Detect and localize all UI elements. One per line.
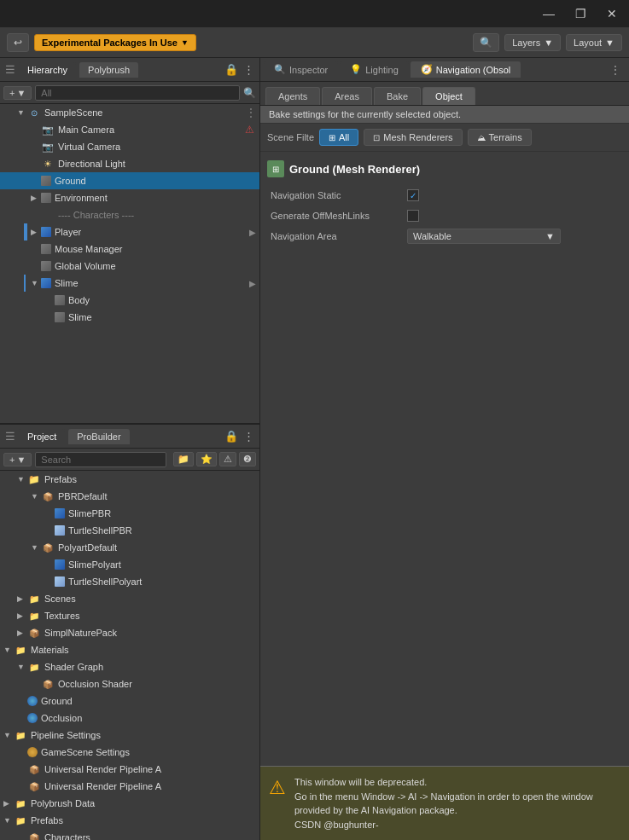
right-panel-overflow-icon[interactable]: ⋮ <box>610 64 620 76</box>
tab-lighting[interactable]: 💡 Lighting <box>340 61 409 78</box>
deprecation-warning: ⚠ This window will be deprecated. Go in … <box>260 766 629 840</box>
tree-item-virtual-camera[interactable]: 📷 Virtual Camera <box>0 138 259 155</box>
hierarchy-search-input[interactable] <box>35 85 240 101</box>
scene-icon: ⊙ <box>27 106 41 119</box>
maximize-button[interactable]: ❐ <box>570 5 591 22</box>
pbr-default-icon: 📦 <box>41 490 55 503</box>
hierarchy-add-button[interactable]: + ▼ <box>3 86 32 100</box>
nav-tab-agents[interactable]: Agents <box>265 87 320 105</box>
project-item-pipeline-settings[interactable]: ▼ 📁 Pipeline Settings <box>0 727 259 744</box>
scene-label: SampleScene <box>44 107 103 118</box>
tree-item-directional-light[interactable]: ☀ Directional Light <box>0 155 259 172</box>
project-item-polybrush-data[interactable]: ▶ 📁 Polybrush Data <box>0 795 259 812</box>
project-item-slimepbr[interactable]: SlimePBR <box>0 505 259 522</box>
hierarchy-lock-icon[interactable]: 🔒 <box>224 63 238 76</box>
nav-static-checkbox[interactable]: ✓ <box>407 189 419 201</box>
nav-tab-bake[interactable]: Bake <box>374 87 421 105</box>
project-item-characters-prefab[interactable]: 📦 Characters <box>0 829 259 840</box>
layers-dropdown[interactable]: Layers ▼ <box>504 34 561 51</box>
project-item-occlusion-mat[interactable]: Occlusion <box>0 710 259 727</box>
tab-navigation[interactable]: 🧭 Navigation (Obsol <box>411 61 521 78</box>
gamescene-label: GameScene Settings <box>41 747 130 757</box>
project-icon-buttons: 📁 ⭐ ⚠ ❷ <box>173 452 256 466</box>
search-button[interactable]: 🔍 <box>473 33 499 52</box>
urp1-icon: 📦 <box>27 762 41 776</box>
filter-all-label: All <box>339 132 349 142</box>
hierarchy-search-icon[interactable]: 🔍 <box>243 87 256 99</box>
tree-item-slime-child[interactable]: Slime <box>0 309 259 326</box>
project-item-turtleshellpolyart[interactable]: TurtleShellPolyart <box>0 573 259 590</box>
project-search-input[interactable] <box>35 452 166 467</box>
slime-icon <box>41 278 51 288</box>
slimepolyart-label: SlimePolyart <box>68 559 121 570</box>
tree-item-global-volume[interactable]: Global Volume <box>0 258 259 275</box>
tree-item-sample-scene[interactable]: ▼ ⊙ SampleScene ⋮ <box>0 104 259 121</box>
virtual-camera-label: Virtual Camera <box>58 142 120 152</box>
nav-tab-object[interactable]: Object <box>422 87 475 105</box>
project-menu-dots[interactable]: ⋮ <box>243 430 254 443</box>
filter-btn-terrains[interactable]: ⛰ Terrains <box>468 129 532 146</box>
player-icon <box>41 227 51 237</box>
right-panel: 🔍 Inspector 💡 Lighting 🧭 Navigation (Obs… <box>260 58 629 840</box>
probuilder-tab[interactable]: ProBuilder <box>68 429 129 444</box>
history-button[interactable]: ↩ <box>7 33 29 52</box>
textures-label: Textures <box>44 611 80 621</box>
project-tree: ▼ 📁 Prefabs ▼ 📦 PBRDefault <box>0 471 259 840</box>
scene-filter-label: Scene Filte <box>267 132 314 142</box>
layout-dropdown[interactable]: Layout ▼ <box>566 34 622 51</box>
project-icon-folder[interactable]: 📁 <box>173 452 194 466</box>
hierarchy-tab[interactable]: Hierarchy <box>19 62 76 78</box>
filter-btn-all[interactable]: ⊞ All <box>319 129 358 146</box>
project-lock-icon[interactable]: 🔒 <box>224 430 238 443</box>
polybrush-data-label: Polybrush Data <box>31 798 95 808</box>
nav-tab-areas[interactable]: Areas <box>322 87 372 105</box>
filter-mesh-label: Mesh Renderers <box>383 132 452 142</box>
slime-expand[interactable]: ▶ <box>249 279 256 288</box>
project-item-urp2[interactable]: 📦 Universal Render Pipeline A <box>0 778 259 795</box>
project-item-turtleshellpbr[interactable]: TurtleShellPBR <box>0 522 259 539</box>
hierarchy-menu-dots[interactable]: ⋮ <box>243 63 254 76</box>
project-item-textures[interactable]: ▶ 📁 Textures <box>0 607 259 624</box>
project-item-gamescene[interactable]: GameScene Settings <box>0 744 259 761</box>
scene-menu-dots[interactable]: ⋮ <box>246 107 256 119</box>
project-item-prefabs2[interactable]: ▼ 📁 Prefabs <box>0 812 259 829</box>
project-item-slimepolyart[interactable]: SlimePolyart <box>0 556 259 573</box>
tree-item-main-camera[interactable]: 📷 Main Camera ⚠ <box>0 121 259 138</box>
project-tab[interactable]: Project <box>19 429 65 444</box>
project-icon-2[interactable]: ❷ <box>239 452 256 466</box>
hierarchy-panel: ☰ Hierarchy Polybrush 🔒 ⋮ + ▼ 🔍 <box>0 58 259 425</box>
tree-item-mouse-manager[interactable]: Mouse Manager <box>0 240 259 258</box>
project-item-scenes[interactable]: ▶ 📁 Scenes <box>0 590 259 607</box>
tree-item-player[interactable]: ▶ Player ▶ <box>0 223 259 240</box>
polybrush-tab[interactable]: Polybrush <box>79 62 138 78</box>
project-item-materials[interactable]: ▼ 📁 Materials <box>0 641 259 658</box>
tree-item-body[interactable]: Body <box>0 292 259 309</box>
generate-offmesh-checkbox[interactable] <box>407 210 419 222</box>
project-item-occlusion-shader[interactable]: 📦 Occlusion Shader <box>0 675 259 692</box>
close-button[interactable]: ✕ <box>602 5 622 22</box>
project-item-shader-graph[interactable]: ▼ 📁 Shader Graph <box>0 658 259 675</box>
project-item-ground-mat[interactable]: Ground <box>0 692 259 710</box>
component-icon-symbol: ⊞ <box>272 165 279 174</box>
project-icon-warning[interactable]: ⚠ <box>219 452 236 466</box>
minimize-button[interactable]: — <box>538 5 560 22</box>
tree-item-slime[interactable]: ▼ Slime ▶ <box>0 275 259 292</box>
project-item-pbr-default[interactable]: ▼ 📦 PBRDefault <box>0 488 259 505</box>
filter-btn-mesh[interactable]: ⊡ Mesh Renderers <box>364 129 462 146</box>
polybrush-data-icon: 📁 <box>14 797 27 810</box>
project-add-button[interactable]: + ▼ <box>3 453 32 466</box>
project-item-simplenaturepack[interactable]: ▶ 📦 SimplNaturePack <box>0 624 259 641</box>
tree-item-environment[interactable]: ▶ Environment <box>0 189 259 206</box>
tree-item-ground[interactable]: Ground <box>0 172 259 189</box>
packages-dropdown[interactable]: Experimental Packages In Use ▼ <box>34 34 196 51</box>
project-item-urp1[interactable]: 📦 Universal Render Pipeline A <box>0 761 259 778</box>
project-item-prefabs[interactable]: ▼ 📁 Prefabs <box>0 471 259 488</box>
global-volume-label: Global Volume <box>55 261 116 271</box>
navigation-tab-label: Navigation (Obsol <box>436 65 510 75</box>
project-icon-star[interactable]: ⭐ <box>196 452 217 466</box>
project-item-polyartdefault[interactable]: ▼ 📦 PolyartDefault <box>0 539 259 556</box>
layout-label: Layout <box>574 38 602 48</box>
nav-area-dropdown[interactable]: Walkable ▼ <box>407 229 561 244</box>
player-expand[interactable]: ▶ <box>249 228 256 237</box>
tab-inspector[interactable]: 🔍 Inspector <box>264 61 338 78</box>
